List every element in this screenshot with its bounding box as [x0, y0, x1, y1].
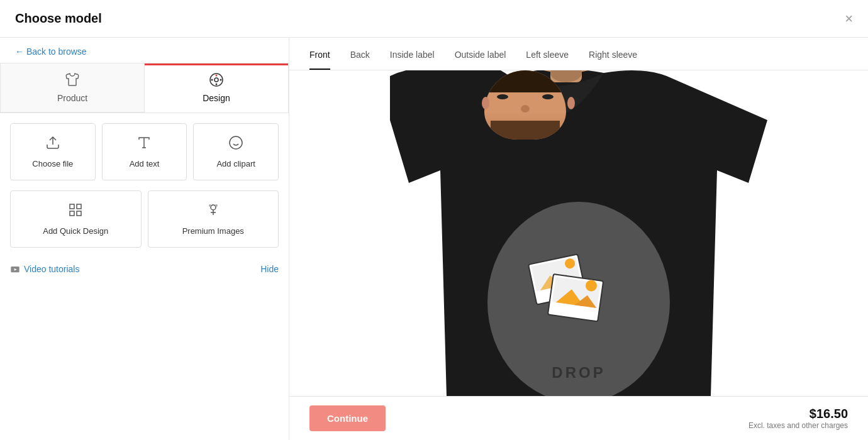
- view-tab-inside-label[interactable]: Inside label: [390, 50, 435, 70]
- choose-file-label: Choose file: [32, 159, 73, 168]
- svg-rect-15: [77, 211, 81, 216]
- tab-product-label: Product: [57, 93, 87, 103]
- svg-point-3: [220, 79, 222, 81]
- svg-text:DROP: DROP: [552, 364, 605, 381]
- canvas-area: DROP: [289, 70, 868, 396]
- modal-header: Choose model ×: [0, 0, 868, 38]
- video-tutorials-row: Video tutorials Hide: [0, 258, 289, 280]
- tab-product[interactable]: Product: [0, 63, 144, 113]
- choose-file-button[interactable]: Choose file: [10, 123, 96, 180]
- tab-design[interactable]: Design: [144, 63, 289, 113]
- svg-point-2: [216, 75, 218, 77]
- svg-point-16: [211, 205, 216, 210]
- svg-point-1: [214, 78, 218, 82]
- svg-rect-13: [77, 204, 81, 209]
- tool-grid-wide: Add Quick Design Premium Images: [0, 190, 289, 258]
- price-note: Excl. taxes and other charges: [748, 421, 848, 430]
- price-block: $16.50 Excl. taxes and other charges: [748, 407, 848, 430]
- add-text-label: Add text: [130, 159, 160, 168]
- view-tab-right-sleeve[interactable]: Right sleeve: [589, 50, 637, 70]
- svg-point-17: [215, 204, 218, 207]
- video-tutorials-link[interactable]: Video tutorials: [10, 264, 79, 274]
- price-amount: $16.50: [748, 407, 848, 421]
- right-panel: Front Back Inside label Outside label Le…: [289, 38, 868, 440]
- quick-design-icon: [68, 202, 83, 221]
- upload-icon: [45, 135, 60, 154]
- left-panel: ← Back to browse Product: [0, 38, 289, 440]
- svg-point-4: [211, 79, 213, 81]
- view-tab-back[interactable]: Back: [350, 50, 370, 70]
- view-tab-outside-label[interactable]: Outside label: [455, 50, 506, 70]
- design-icon: [209, 72, 224, 91]
- add-quick-design-label: Add Quick Design: [43, 226, 108, 236]
- shirt-preview: DROP: [289, 70, 868, 396]
- tab-bar: Product Design: [0, 63, 289, 113]
- svg-rect-14: [70, 211, 74, 216]
- clipart-icon: [228, 135, 243, 154]
- svg-point-9: [230, 136, 242, 149]
- svg-point-18: [209, 204, 211, 207]
- premium-images-icon: [206, 202, 221, 221]
- bottom-bar: Continue $16.50 Excl. taxes and other ch…: [289, 396, 868, 440]
- view-tabs: Front Back Inside label Outside label Le…: [289, 38, 868, 70]
- continue-button[interactable]: Continue: [309, 405, 386, 431]
- svg-rect-12: [70, 204, 74, 209]
- add-text-button[interactable]: Add text: [102, 123, 187, 180]
- svg-point-5: [216, 84, 218, 85]
- view-tab-left-sleeve[interactable]: Left sleeve: [526, 50, 569, 70]
- add-clipart-label: Add clipart: [216, 159, 255, 168]
- product-icon: [65, 72, 80, 91]
- hide-link[interactable]: Hide: [260, 264, 279, 274]
- close-button[interactable]: ×: [845, 12, 853, 26]
- premium-images-label: Premium Images: [182, 226, 244, 236]
- premium-images-button[interactable]: Premium Images: [148, 190, 279, 248]
- modal-title: Choose model: [15, 11, 102, 26]
- main-layout: ← Back to browse Product: [0, 38, 868, 440]
- add-quick-design-button[interactable]: Add Quick Design: [10, 190, 142, 248]
- tab-design-label: Design: [203, 93, 230, 103]
- add-clipart-button[interactable]: Add clipart: [193, 123, 279, 180]
- view-tab-front[interactable]: Front: [309, 50, 330, 70]
- shirt-svg: DROP: [289, 70, 868, 396]
- tool-grid-top: Choose file Add text: [0, 113, 289, 190]
- text-icon: [136, 135, 152, 154]
- back-to-browse-link[interactable]: ← Back to browse: [0, 38, 289, 63]
- video-icon: [10, 264, 20, 274]
